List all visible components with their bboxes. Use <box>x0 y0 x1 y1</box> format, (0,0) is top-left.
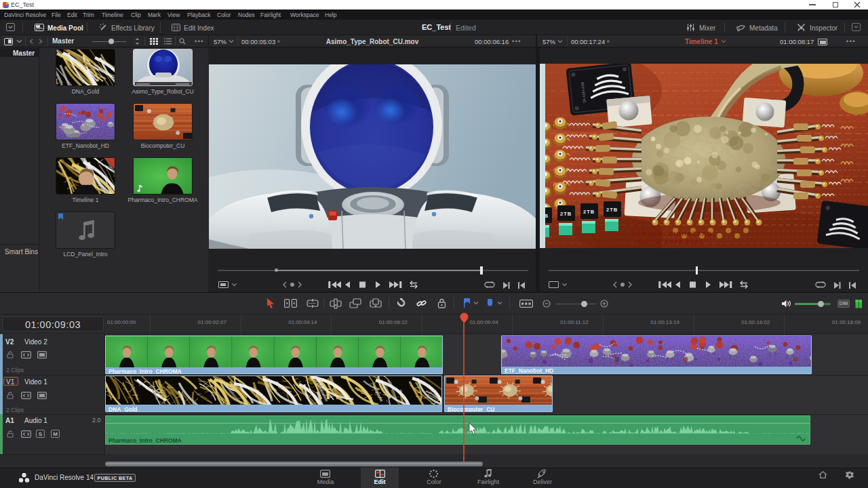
svg-text:2TB: 2TB <box>606 207 618 213</box>
svg-text:2TB: 2TB <box>560 211 572 217</box>
svg-text:NO TH APPROVAL: NO TH APPROVAL <box>639 239 704 245</box>
svg-text:2TB: 2TB <box>583 209 595 215</box>
svg-text:DANGER: BIOHAZARD: DANGER: BIOHAZARD <box>632 230 713 237</box>
